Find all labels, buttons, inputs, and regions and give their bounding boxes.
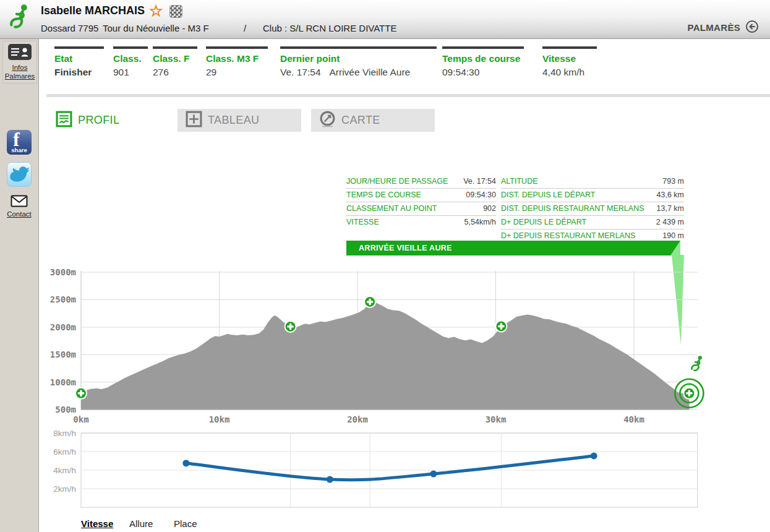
separator: / bbox=[244, 23, 246, 33]
stat-label: Vitesse bbox=[542, 53, 597, 64]
facebook-share-button[interactable]: f share bbox=[7, 130, 32, 155]
stat-value: 09:54:30 bbox=[442, 67, 524, 78]
banner-wedge bbox=[670, 241, 680, 255]
stat-label: Dernier point bbox=[280, 53, 437, 64]
tooltip-row: JOUR/HEURE DE PASSAGEVe. 17:54 bbox=[346, 175, 496, 189]
tooltip-row: TEMPS DE COURSE09:54:30 bbox=[346, 189, 496, 202]
favorite-star-icon[interactable]: ☆ bbox=[149, 1, 163, 20]
elevation-area[interactable] bbox=[81, 301, 689, 410]
race-name: Tour du Néouvielle - M3 F bbox=[103, 23, 209, 33]
svg-text:2000m: 2000m bbox=[50, 322, 76, 332]
subtab-place[interactable]: Place bbox=[174, 518, 197, 529]
tab-label: TABLEAU bbox=[208, 114, 260, 127]
speed-line bbox=[186, 456, 594, 480]
svg-text:2500m: 2500m bbox=[50, 294, 76, 304]
svg-text:1500m: 1500m bbox=[50, 350, 76, 359]
finisher-flag-icon bbox=[169, 5, 182, 18]
checkpoint-marker[interactable] bbox=[683, 388, 695, 399]
subtab-allure[interactable]: Allure bbox=[129, 518, 153, 529]
finish-runner-icon bbox=[691, 356, 702, 371]
svg-text:20km: 20km bbox=[347, 414, 368, 424]
sidebar-link-contact[interactable]: Contact bbox=[2, 210, 36, 218]
stat-value: Finisher bbox=[54, 67, 104, 78]
section-divider bbox=[46, 94, 770, 97]
bib-number: Dossard 7795 bbox=[41, 23, 98, 33]
elevation-profile-chart[interactable]: 3000m2500m2000m1500m1000m500m0km10km20km… bbox=[43, 266, 708, 428]
speed-point[interactable] bbox=[591, 452, 597, 459]
svg-text:3000m: 3000m bbox=[50, 267, 76, 277]
stat-classement: Class. 901 bbox=[113, 46, 148, 78]
palmares-toggle-label[interactable]: PALMARÈS bbox=[688, 22, 740, 33]
palmares-back-arrow-icon[interactable] bbox=[745, 20, 759, 36]
stat-value: 29 bbox=[206, 67, 268, 78]
checkpoint-tooltip-right: ALTITUDE793 m DIST. DEPUIS LE DÉPART43,6… bbox=[501, 175, 684, 242]
tab-label: CARTE bbox=[341, 114, 380, 127]
runner-name: Isabelle MARCHAIS bbox=[41, 4, 145, 17]
stat-label: Etat bbox=[54, 53, 104, 64]
subtab-vitesse[interactable]: Vitesse bbox=[81, 518, 113, 529]
speed-point[interactable] bbox=[430, 471, 437, 478]
facebook-share-label: share bbox=[7, 147, 32, 153]
tooltip-row: DIST. DEPUIS RESTAURANT MERLANS13,7 km bbox=[501, 202, 684, 216]
svg-text:10km: 10km bbox=[209, 414, 230, 424]
sidebar-contact-block[interactable]: Contact bbox=[2, 195, 36, 218]
stat-label: Class. bbox=[113, 53, 148, 64]
id-card-icon bbox=[7, 52, 32, 62]
profil-chart-icon bbox=[56, 111, 72, 130]
club-name: Club : S/L RCN LOIRE DIVATTE bbox=[263, 23, 396, 33]
speed-point[interactable] bbox=[182, 460, 189, 466]
twitter-share-button[interactable] bbox=[7, 162, 32, 187]
sidebar: Infos Palmares f share Contact bbox=[0, 38, 39, 532]
stat-value: 276 bbox=[153, 67, 197, 78]
sidebar-link-palmares[interactable]: Palmares bbox=[3, 72, 36, 80]
svg-text:4km/h: 4km/h bbox=[53, 466, 76, 475]
svg-text:6km/h: 6km/h bbox=[53, 447, 76, 457]
envelope-icon bbox=[11, 199, 28, 209]
header: Isabelle MARCHAIS ☆ Dossard 7795 Tour du… bbox=[0, 0, 770, 39]
tab-profil[interactable]: PROFIL bbox=[56, 109, 119, 132]
stat-value: Ve. 17:54Arrivée Vieille Aure bbox=[280, 67, 437, 78]
stat-temps-course: Temps de course 09:54:30 bbox=[442, 46, 524, 78]
tooltip-row: VITESSE5,54km/h bbox=[346, 216, 496, 229]
svg-text:40km: 40km bbox=[623, 414, 644, 424]
stat-value: 901 bbox=[113, 67, 148, 78]
stat-label: Class. M3 F bbox=[206, 53, 268, 64]
stat-label: Class. F bbox=[153, 53, 197, 64]
stat-value: 4,40 km/h bbox=[542, 67, 597, 78]
svg-text:1000m: 1000m bbox=[50, 377, 76, 387]
sidebar-infos-block[interactable]: Infos Palmares bbox=[2, 41, 37, 84]
stat-classement-m3f: Class. M3 F 29 bbox=[206, 46, 268, 78]
checkpoint-marker[interactable] bbox=[75, 388, 87, 399]
svg-text:500m: 500m bbox=[55, 405, 76, 414]
tableau-table-icon bbox=[186, 111, 202, 130]
stat-label: Temps de course bbox=[442, 53, 524, 64]
tab-carte[interactable]: CARTE bbox=[311, 109, 435, 132]
runner-logo-icon bbox=[7, 3, 32, 35]
speed-chart[interactable]: 8km/h6km/h4km/h2km/h bbox=[43, 427, 708, 517]
stat-classement-f: Class. F 276 bbox=[153, 46, 197, 78]
tab-label: PROFIL bbox=[78, 114, 119, 127]
svg-text:30km: 30km bbox=[486, 414, 507, 424]
tooltip-row: DIST. DEPUIS LE DÉPART43,6 km bbox=[501, 189, 684, 202]
sidebar-link-infos[interactable]: Infos bbox=[3, 63, 36, 72]
tooltip-row: D+ DEPUIS LE DÉPART2 439 m bbox=[501, 216, 684, 230]
stat-vitesse: Vitesse 4,40 km/h bbox=[542, 46, 597, 78]
checkpoint-marker[interactable] bbox=[495, 320, 507, 332]
tooltip-row: ALTITUDE793 m bbox=[501, 175, 684, 189]
twitter-bird-icon bbox=[10, 166, 29, 181]
checkpoint-marker[interactable] bbox=[364, 296, 375, 307]
speed-point[interactable] bbox=[327, 476, 333, 483]
svg-text:2km/h: 2km/h bbox=[53, 484, 76, 494]
stat-dernier-point: Dernier point Ve. 17:54Arrivée Vieille A… bbox=[280, 46, 437, 78]
svg-text:0km: 0km bbox=[73, 414, 88, 424]
checkpoint-name: ARRIVÉE VIEILLE AURE bbox=[359, 241, 452, 255]
checkpoint-tooltip-left: JOUR/HEURE DE PASSAGEVe. 17:54 TEMPS DE … bbox=[346, 175, 496, 229]
svg-text:8km/h: 8km/h bbox=[53, 429, 76, 438]
tooltip-row: CLASSEMENT AU POINT902 bbox=[346, 202, 496, 216]
checkpoint-marker[interactable] bbox=[285, 321, 296, 332]
checkpoint-banner: ARRIVÉE VIEILLE AURE bbox=[346, 241, 680, 255]
tab-tableau[interactable]: TABLEAU bbox=[178, 109, 301, 132]
stat-etat: Etat Finisher bbox=[54, 46, 104, 78]
carte-compass-icon bbox=[319, 111, 336, 130]
